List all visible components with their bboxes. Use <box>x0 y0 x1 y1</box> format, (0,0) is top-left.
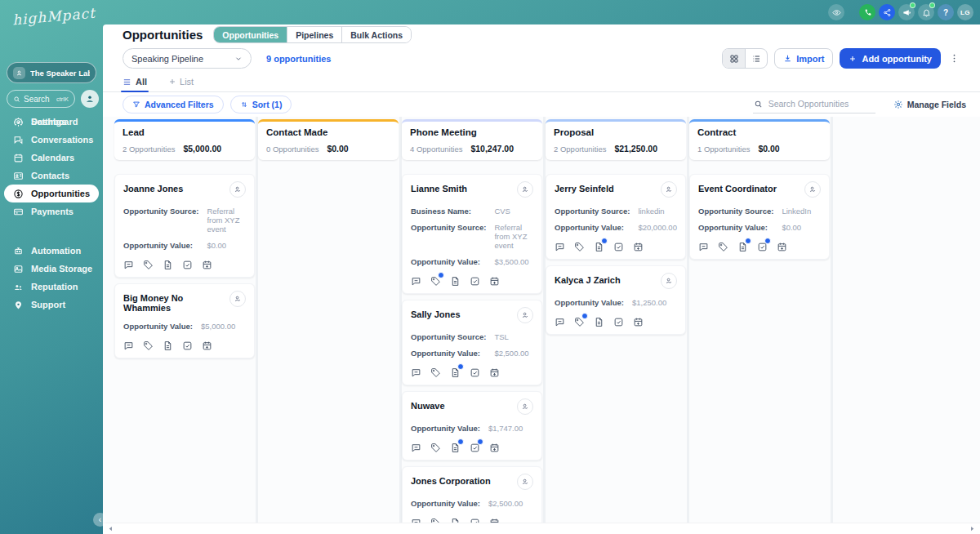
opportunity-card[interactable]: Sally Jones Opportunity Source:TSLOpport… <box>402 300 542 385</box>
document-icon[interactable] <box>737 241 748 251</box>
column-header[interactable]: Contact Made 0 Opportunities $0.00 <box>258 119 399 160</box>
calendar-icon[interactable] <box>489 517 500 523</box>
contact-avatar-button[interactable] <box>661 273 677 289</box>
advanced-filters-button[interactable]: Advanced Filters <box>122 96 224 113</box>
opportunity-card[interactable]: Jerry Seinfeld Opportunity Source:linked… <box>546 174 686 260</box>
document-icon[interactable] <box>450 442 461 452</box>
document-icon[interactable] <box>163 340 173 350</box>
sidebar-item-settings[interactable]: Settings <box>0 113 103 131</box>
search-opportunities-input[interactable] <box>753 96 875 113</box>
add-opportunity-button[interactable]: Add opportunity <box>840 48 941 69</box>
chat-icon[interactable] <box>411 517 421 523</box>
more-options-button[interactable] <box>947 53 960 64</box>
task-icon[interactable] <box>613 316 624 327</box>
calendar-icon[interactable] <box>633 316 644 327</box>
opportunity-card[interactable]: Kalyca J Zarich Opportunity Value:$1,250… <box>546 265 686 335</box>
contact-avatar-button[interactable] <box>517 307 533 323</box>
tag-icon[interactable] <box>430 367 441 377</box>
scroll-left-icon[interactable] <box>108 526 114 532</box>
calendar-icon[interactable] <box>489 275 500 286</box>
scroll-right-icon[interactable] <box>969 526 975 532</box>
document-icon[interactable] <box>163 259 173 269</box>
task-icon[interactable] <box>470 275 480 286</box>
calendar-icon[interactable] <box>489 442 500 452</box>
contact-avatar-button[interactable] <box>517 474 533 490</box>
column-header[interactable]: Lead 2 Opportunities $5,000.00 <box>114 119 255 160</box>
tag-icon[interactable] <box>430 442 441 452</box>
import-button[interactable]: Import <box>774 48 833 69</box>
calendar-icon[interactable] <box>489 367 500 377</box>
column-header[interactable]: Phone Meeting 4 Opportunities $10,247.00 <box>402 119 542 160</box>
task-icon[interactable] <box>470 517 480 523</box>
tab-pipelines[interactable]: Pipelines <box>287 27 341 42</box>
avatar[interactable]: LG <box>957 4 973 20</box>
document-icon[interactable] <box>450 275 461 286</box>
sort-button[interactable]: Sort (1) <box>230 96 292 113</box>
document-icon[interactable] <box>450 517 461 523</box>
add-list-button[interactable]: List <box>168 77 194 87</box>
opportunity-card[interactable]: Lianne Smith Business Name:CVSOpportunit… <box>402 174 542 294</box>
tag-icon[interactable] <box>718 241 728 251</box>
opportunity-card[interactable]: Event Coordinator Opportunity Source:Lin… <box>689 174 830 260</box>
sidebar-search-input[interactable]: Search ctrlK <box>7 90 75 108</box>
tag-icon[interactable] <box>430 517 441 523</box>
chat-icon[interactable] <box>123 259 134 269</box>
pipeline-select[interactable]: Speaking Pipeline <box>122 48 252 69</box>
opportunity-card[interactable]: Jones Corporation Opportunity Value:$2,5… <box>402 466 542 523</box>
task-icon[interactable] <box>182 259 193 269</box>
chat-icon[interactable] <box>411 442 421 452</box>
eye-icon[interactable] <box>828 4 844 20</box>
tab-opportunities[interactable]: Opportunities <box>214 27 287 42</box>
opportunity-card[interactable]: Big Money No Whammies Opportunity Value:… <box>114 283 255 358</box>
column-header[interactable]: Proposal 2 Opportunities $21,250.00 <box>546 119 686 160</box>
opportunity-card[interactable]: Nuwave Opportunity Value:$1,747.00 <box>402 391 542 461</box>
contact-avatar-button[interactable] <box>517 398 533 415</box>
manage-fields-button[interactable]: Manage Fields <box>893 100 966 109</box>
chat-icon[interactable] <box>411 367 421 377</box>
opportunity-card[interactable]: Joanne Jones Opportunity Source:Referral… <box>114 174 255 278</box>
tag-icon[interactable] <box>143 259 154 269</box>
help-icon[interactable]: ? <box>938 4 954 20</box>
tag-icon[interactable] <box>430 275 441 286</box>
contact-avatar-button[interactable] <box>661 181 677 198</box>
contact-avatar-button[interactable] <box>229 181 246 198</box>
task-icon[interactable] <box>757 241 768 251</box>
announcements-icon[interactable] <box>898 4 915 20</box>
document-icon[interactable] <box>594 316 604 327</box>
contact-avatar-button[interactable] <box>804 181 821 198</box>
calendar-icon[interactable] <box>202 340 212 350</box>
search-icon <box>13 96 20 103</box>
document-icon[interactable] <box>450 367 461 377</box>
grid-view-button[interactable] <box>723 49 745 68</box>
task-icon[interactable] <box>613 241 624 251</box>
phone-icon[interactable] <box>859 4 875 20</box>
sidebar-collapse-button[interactable]: ‹ <box>93 513 107 527</box>
notifications-icon[interactable] <box>918 4 934 20</box>
calendar-icon[interactable] <box>202 259 212 269</box>
tab-all[interactable]: All <box>122 72 147 92</box>
opportunities-count-link[interactable]: 9 opportunities <box>266 54 331 64</box>
tag-icon[interactable] <box>574 316 585 327</box>
list-view-button[interactable] <box>745 49 767 68</box>
task-icon[interactable] <box>470 442 480 452</box>
calendar-icon[interactable] <box>777 241 787 251</box>
chat-icon[interactable] <box>411 275 421 286</box>
chat-icon[interactable] <box>123 340 134 350</box>
account-switcher[interactable]: The Speaker Lab D... <box>7 62 96 83</box>
tag-icon[interactable] <box>143 340 154 350</box>
connect-icon[interactable] <box>879 4 895 20</box>
contact-avatar-button[interactable] <box>517 181 533 198</box>
task-icon[interactable] <box>182 340 193 350</box>
chat-icon[interactable] <box>555 316 565 327</box>
chat-icon[interactable] <box>698 241 709 251</box>
chat-icon[interactable] <box>555 241 565 251</box>
quick-contact-button[interactable] <box>81 90 99 108</box>
task-icon[interactable] <box>470 367 480 377</box>
contact-avatar-button[interactable] <box>229 291 246 307</box>
column-header[interactable]: Contract 1 Opportunities $0.00 <box>689 119 830 160</box>
card-title: Kalyca J Zarich <box>555 273 621 285</box>
calendar-icon[interactable] <box>633 241 644 251</box>
tag-icon[interactable] <box>574 241 585 251</box>
tab-bulk-actions[interactable]: Bulk Actions <box>341 27 411 42</box>
document-icon[interactable] <box>594 241 604 251</box>
